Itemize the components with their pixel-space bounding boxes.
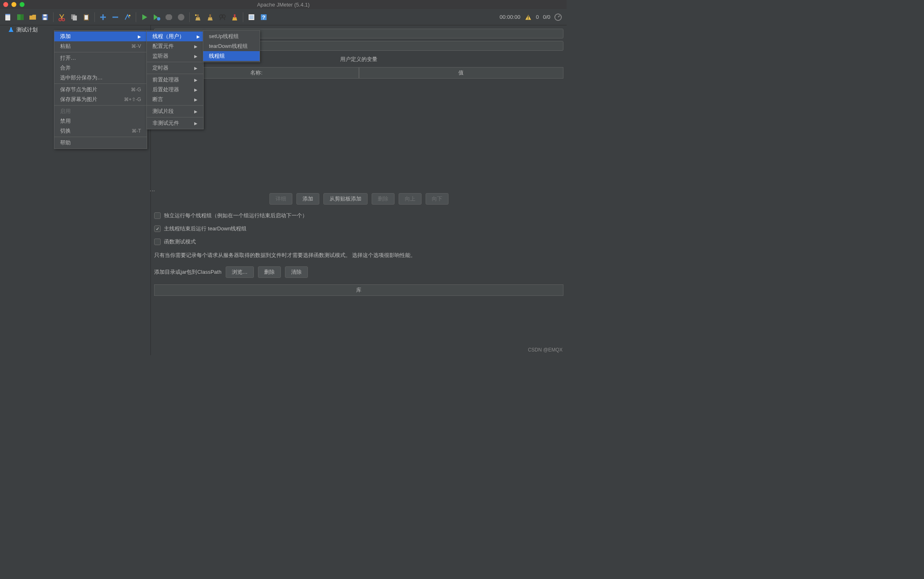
elapsed-time: 00:00:00 <box>500 14 520 20</box>
svg-rect-12 <box>85 15 88 20</box>
menu-toggle[interactable]: 切换⌘-T <box>54 126 147 136</box>
checkbox-teardown-label: 主线程结束后运行 tearDown线程组 <box>164 225 247 232</box>
checkbox-functional-label: 函数测试模式 <box>164 238 196 246</box>
menu-open[interactable]: 打开… <box>54 53 147 63</box>
cut-icon[interactable] <box>56 11 67 23</box>
checkbox-functional-mode[interactable] <box>154 239 161 245</box>
vars-table-body[interactable] <box>154 81 563 187</box>
submenu-fragment[interactable]: 测试片段▶ <box>147 106 203 116</box>
classpath-delete-button[interactable]: 删除 <box>258 266 281 278</box>
vars-add-clipboard-button[interactable]: 从剪贴板添加 <box>323 193 368 205</box>
threads-submenu: setUp线程组 tearDown线程组 线程组 <box>203 30 260 62</box>
watermark: CSDN @EMQX <box>528 347 563 353</box>
menu-disable[interactable]: 禁用 <box>54 116 147 126</box>
svg-point-8 <box>62 18 65 21</box>
expand-icon[interactable] <box>97 11 109 23</box>
submenu-nontest[interactable]: 非测试元件▶ <box>147 118 203 128</box>
titlebar: Apache JMeter (5.4.1) <box>0 0 567 9</box>
collapse-icon[interactable] <box>110 11 121 23</box>
vars-up-button[interactable]: 向上 <box>399 193 422 205</box>
svg-rect-1 <box>5 14 10 15</box>
copy-icon[interactable] <box>68 11 80 23</box>
checkbox-serial-thread-groups[interactable] <box>154 212 161 219</box>
open-file-icon[interactable] <box>27 11 38 23</box>
clear-icon[interactable] <box>192 11 204 23</box>
gauge-icon[interactable] <box>554 14 562 21</box>
reset-search-icon[interactable] <box>229 11 240 23</box>
menu-enable: 启用 <box>54 106 147 116</box>
vars-down-button[interactable]: 向下 <box>426 193 449 205</box>
classpath-label: 添加目录或jar包到ClassPath <box>154 268 222 276</box>
warn-count: 0 <box>536 14 539 20</box>
svg-point-17 <box>129 15 130 16</box>
svg-rect-20 <box>197 14 199 18</box>
svg-point-21 <box>195 14 197 16</box>
classpath-browse-button[interactable]: 浏览… <box>226 266 254 278</box>
thread-group[interactable]: 线程组 <box>203 51 260 61</box>
save-icon[interactable] <box>39 11 51 23</box>
templates-icon[interactable] <box>15 11 26 23</box>
paste-icon[interactable] <box>81 11 92 23</box>
start-no-pause-icon[interactable] <box>151 11 162 23</box>
svg-line-36 <box>558 16 560 17</box>
new-file-icon[interactable] <box>2 11 14 23</box>
toggle-icon[interactable] <box>122 11 133 23</box>
menu-help[interactable]: 帮助 <box>54 138 147 148</box>
svg-text:!: ! <box>527 14 529 20</box>
help-icon[interactable]: ? <box>258 11 269 23</box>
start-icon[interactable] <box>139 11 150 23</box>
svg-rect-27 <box>234 14 235 18</box>
functional-mode-info: 只有当你需要记录每个请求从服务器取得的数据到文件时才需要选择函数测试模式。 选择… <box>154 252 563 259</box>
minimize-window-icon[interactable] <box>11 2 16 7</box>
lib-table-header: 库 <box>154 284 563 296</box>
function-helper-icon[interactable] <box>246 11 257 23</box>
maximize-window-icon[interactable] <box>20 2 25 7</box>
svg-rect-10 <box>73 16 77 20</box>
svg-rect-2 <box>17 14 20 20</box>
clear-all-icon[interactable] <box>204 11 216 23</box>
svg-point-19 <box>178 14 184 20</box>
submenu-config[interactable]: 配置元件▶ <box>147 41 203 51</box>
checkbox-teardown[interactable]: ✓ <box>154 225 161 232</box>
shutdown-icon[interactable] <box>175 11 187 23</box>
status-bar: 00:00:00 ! 0 0/0 <box>500 14 564 21</box>
thread-count: 0/0 <box>543 14 550 20</box>
svg-rect-6 <box>43 18 47 20</box>
submenu-timer[interactable]: 定时器▶ <box>147 63 203 73</box>
menu-merge[interactable]: 合并 <box>54 63 147 73</box>
submenu-post[interactable]: 后置处理器▶ <box>147 85 203 95</box>
vars-delete-button[interactable]: 删除 <box>372 193 395 205</box>
menu-save-node-img[interactable]: 保存节点为图片⌘-G <box>54 85 147 95</box>
window-title: Apache JMeter (5.4.1) <box>0 2 567 8</box>
svg-rect-13 <box>85 14 87 15</box>
svg-line-25 <box>220 18 221 20</box>
svg-rect-5 <box>43 14 47 16</box>
svg-text:?: ? <box>262 14 265 20</box>
submenu-pre[interactable]: 前置处理器▶ <box>147 75 203 85</box>
classpath-clear-button[interactable]: 清除 <box>285 266 308 278</box>
svg-point-7 <box>59 18 61 21</box>
menu-save-selection[interactable]: 选中部分保存为… <box>54 73 147 83</box>
svg-rect-3 <box>20 14 24 20</box>
flask-icon <box>8 27 14 33</box>
close-window-icon[interactable] <box>3 2 8 7</box>
menu-paste[interactable]: 粘贴⌘-V <box>54 41 147 51</box>
checkbox-serial-label: 独立运行每个线程组（例如在一个组运行结束后启动下一个） <box>164 212 307 219</box>
submenu-threads[interactable]: 线程（用户）▶ <box>147 32 203 41</box>
thread-setup[interactable]: setUp线程组 <box>203 32 260 41</box>
tree-root-label: 测试计划 <box>16 26 38 34</box>
search-icon[interactable] <box>217 11 228 23</box>
menu-save-screen-img[interactable]: 保存屏幕为图片⌘+⇧-G <box>54 95 147 104</box>
svg-line-26 <box>224 18 225 20</box>
vars-detail-button[interactable]: 详细 <box>269 193 292 205</box>
menu-add[interactable]: 添加▶ <box>54 32 147 41</box>
thread-teardown[interactable]: tearDown线程组 <box>203 41 260 51</box>
vars-add-button[interactable]: 添加 <box>296 193 319 205</box>
main-toolbar: ? 00:00:00 ! 0 0/0 <box>0 9 567 25</box>
submenu-listener[interactable]: 监听器▶ <box>147 51 203 61</box>
detail-panel: 用户定义的变量 名称: 值 详细 添加 从剪贴板添加 删除 向上 向下 独立运行… <box>151 25 567 355</box>
stop-icon[interactable] <box>163 11 175 23</box>
submenu-assert[interactable]: 断言▶ <box>147 95 203 104</box>
warning-icon[interactable]: ! <box>525 14 532 21</box>
svg-rect-22 <box>209 14 211 18</box>
